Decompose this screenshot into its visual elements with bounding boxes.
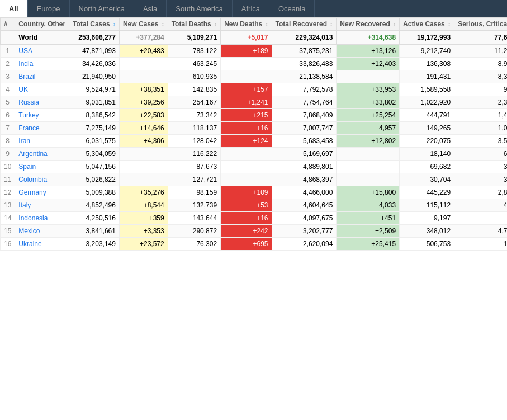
row-new-recovered: +4,957 (337, 122, 400, 135)
country-link[interactable]: Turkey (18, 111, 39, 119)
row-active-cases: 69,682 (400, 161, 454, 173)
row-total-recovered: 4,604,645 (272, 199, 337, 212)
country-link[interactable]: USA (18, 47, 32, 55)
table-row: 11 Colombia 5,026,822 127,721 4,868,397 … (1, 173, 508, 186)
row-new-cases: +8,544 (119, 199, 168, 212)
country-link[interactable]: Italy (18, 201, 31, 209)
row-country[interactable]: Ukraine (15, 238, 69, 251)
row-new-deaths: +242 (221, 225, 272, 238)
row-country[interactable]: Italy (15, 199, 69, 212)
country-link[interactable]: UK (18, 86, 28, 93)
tab-asia[interactable]: Asia (134, 0, 167, 17)
row-country[interactable]: France (15, 122, 69, 135)
row-new-deaths (221, 148, 272, 161)
row-total-recovered: 4,868,397 (272, 173, 337, 186)
world-serious: 77,610 (454, 31, 507, 45)
row-country[interactable]: Germany (15, 186, 69, 199)
country-link[interactable]: Germany (18, 188, 46, 196)
row-new-recovered: +4,033 (337, 199, 400, 212)
row-country[interactable]: Indonesia (15, 212, 69, 225)
country-link[interactable]: India (18, 60, 33, 68)
row-country[interactable]: Russia (15, 96, 69, 109)
row-new-deaths: +695 (221, 238, 272, 251)
row-total-cases: 34,426,036 (69, 58, 120, 70)
country-link[interactable]: Russia (18, 98, 39, 106)
row-country[interactable]: USA (15, 45, 69, 58)
tab-south-america[interactable]: South America (167, 0, 233, 17)
row-active-cases: 220,075 (400, 135, 454, 148)
row-country[interactable]: Iran (15, 135, 69, 148)
row-new-deaths: +1,241 (221, 96, 272, 109)
row-active-cases: 1,589,558 (400, 83, 454, 96)
row-total-cases: 9,524,971 (69, 83, 120, 96)
table-row: 7 France 7,275,149 +14,646 118,137 +16 7… (1, 122, 508, 135)
country-link[interactable]: Indonesia (18, 214, 48, 222)
country-link[interactable]: France (18, 124, 39, 132)
table-container: # Country, Other Total Cases ↕ New Cases… (0, 17, 507, 251)
tab-all[interactable]: All (0, 0, 28, 17)
row-new-deaths: +16 (221, 122, 272, 135)
world-num (1, 31, 15, 45)
col-header-serious[interactable]: Serious, Critical ↕ (454, 18, 507, 31)
country-link[interactable]: Mexico (18, 227, 40, 235)
tab-north-america[interactable]: North America (70, 0, 134, 17)
col-header-active-cases[interactable]: Active Cases ↕ (400, 18, 454, 31)
tab-europe[interactable]: Europe (28, 0, 70, 17)
country-link[interactable]: Spain (18, 163, 36, 171)
row-total-deaths: 118,137 (168, 122, 220, 135)
row-new-deaths: +215 (221, 109, 272, 122)
tab-africa[interactable]: Africa (233, 0, 269, 17)
row-country[interactable]: Spain (15, 161, 69, 173)
row-new-cases (119, 58, 168, 70)
country-link[interactable]: Iran (18, 137, 30, 145)
row-num: 2 (1, 58, 15, 70)
sort-icon-total-cases: ↕ (113, 21, 116, 27)
row-new-recovered (337, 70, 400, 83)
world-label: World (15, 31, 69, 45)
row-active-cases: 30,704 (400, 173, 454, 186)
world-row: World 253,606,277 +377,284 5,109,271 +5,… (1, 31, 508, 45)
row-new-recovered: +33,953 (337, 83, 400, 96)
row-country[interactable]: Argentina (15, 148, 69, 161)
country-link[interactable]: Colombia (18, 176, 47, 183)
country-link[interactable]: Argentina (18, 150, 47, 158)
col-header-total-deaths[interactable]: Total Deaths ↕ (168, 18, 220, 31)
table-row: 9 Argentina 5,304,059 116,222 5,169,697 … (1, 148, 508, 161)
row-country[interactable]: Brazil (15, 70, 69, 83)
table-row: 16 Ukraine 3,203,149 +23,572 76,302 +695… (1, 238, 508, 251)
row-new-recovered: +25,254 (337, 109, 400, 122)
col-header-country[interactable]: Country, Other (15, 18, 69, 31)
row-serious: 617 (454, 148, 507, 161)
row-total-deaths: 116,222 (168, 148, 220, 161)
col-header-num[interactable]: # (1, 18, 15, 31)
row-country[interactable]: Mexico (15, 225, 69, 238)
row-serious: 11,287 (454, 45, 507, 58)
col-header-total-cases[interactable]: Total Cases ↕ (69, 18, 120, 31)
row-num: 11 (1, 173, 15, 186)
country-link[interactable]: Ukraine (18, 240, 41, 248)
row-new-deaths (221, 173, 272, 186)
row-num: 15 (1, 225, 15, 238)
country-link[interactable]: Brazil (18, 73, 35, 81)
col-header-new-cases[interactable]: New Cases ↕ (119, 18, 168, 31)
col-header-new-deaths[interactable]: New Deaths ↕ (221, 18, 272, 31)
col-header-total-recovered[interactable]: Total Recovered ↕ (272, 18, 337, 31)
row-new-cases: +35,276 (119, 186, 168, 199)
row-new-deaths: +109 (221, 186, 272, 199)
col-header-new-recovered[interactable]: New Recovered ↕ (337, 18, 400, 31)
row-serious: 3,533 (454, 135, 507, 148)
row-serious: 2,828 (454, 186, 507, 199)
row-country[interactable]: UK (15, 83, 69, 96)
row-new-recovered: +12,802 (337, 135, 400, 148)
row-new-deaths: +157 (221, 83, 272, 96)
row-new-deaths (221, 70, 272, 83)
row-country[interactable]: Colombia (15, 173, 69, 186)
world-new-deaths: +5,017 (221, 31, 272, 45)
row-country[interactable]: India (15, 58, 69, 70)
tab-oceania[interactable]: Oceania (269, 0, 315, 17)
row-total-cases: 3,841,661 (69, 225, 120, 238)
row-total-recovered: 37,875,231 (272, 45, 337, 58)
row-country[interactable]: Turkey (15, 109, 69, 122)
row-serious: 394 (454, 161, 507, 173)
row-total-deaths: 128,042 (168, 135, 220, 148)
